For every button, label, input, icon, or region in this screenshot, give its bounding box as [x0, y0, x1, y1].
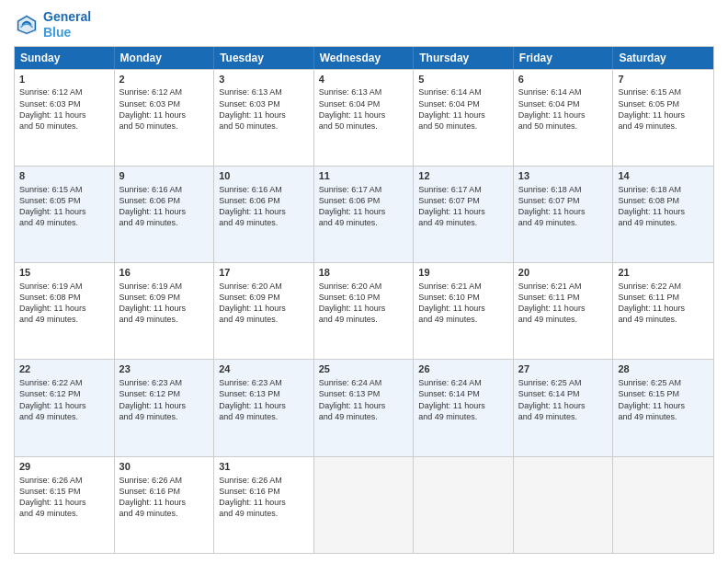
daylight-label: Daylight: 11 hours — [119, 207, 187, 216]
calendar-day-cell: 19Sunrise: 6:21 AMSunset: 6:10 PMDayligh… — [414, 263, 514, 359]
day-number: 2 — [119, 73, 210, 86]
day-number: 29 — [19, 460, 109, 474]
daylight-label: Daylight: 11 hours — [319, 401, 386, 410]
day-of-week-header: Monday — [115, 47, 215, 69]
day-number: 6 — [518, 73, 609, 86]
day-number: 12 — [418, 169, 508, 183]
sunrise-label: Sunrise: 6:17 AM — [418, 185, 482, 194]
sunset-label: Sunset: 6:05 PM — [19, 196, 81, 205]
calendar-day-cell: 16Sunrise: 6:19 AMSunset: 6:09 PMDayligh… — [115, 263, 215, 359]
day-number: 1 — [19, 73, 109, 86]
calendar-day-cell: 21Sunrise: 6:22 AMSunset: 6:11 PMDayligh… — [613, 263, 713, 359]
day-number: 23 — [119, 362, 210, 376]
daylight-minutes: and 49 minutes. — [219, 315, 278, 324]
calendar-week-row: 15Sunrise: 6:19 AMSunset: 6:08 PMDayligh… — [15, 262, 713, 359]
day-number: 16 — [119, 266, 210, 280]
sunset-label: Sunset: 6:03 PM — [219, 99, 280, 109]
daylight-label: Daylight: 11 hours — [19, 110, 86, 120]
day-number: 10 — [219, 169, 309, 183]
sunrise-label: Sunrise: 6:13 AM — [219, 87, 282, 97]
sunrise-label: Sunrise: 6:26 AM — [119, 476, 183, 485]
calendar-day-cell: 10Sunrise: 6:16 AMSunset: 6:06 PMDayligh… — [214, 167, 314, 262]
day-number: 24 — [219, 362, 309, 376]
calendar-day-cell: 13Sunrise: 6:18 AMSunset: 6:07 PMDayligh… — [514, 167, 614, 262]
logo: GeneralBlue — [14, 9, 91, 40]
daylight-minutes: and 50 minutes. — [518, 121, 577, 131]
daylight-label: Daylight: 11 hours — [119, 110, 187, 120]
sunset-label: Sunset: 6:06 PM — [219, 196, 280, 205]
calendar-day-cell: 7Sunrise: 6:15 AMSunset: 6:05 PMDaylight… — [613, 70, 713, 166]
day-number: 26 — [418, 362, 508, 376]
daylight-label: Daylight: 11 hours — [119, 401, 187, 410]
day-number: 14 — [618, 169, 709, 183]
calendar-day-cell: 6Sunrise: 6:14 AMSunset: 6:04 PMDaylight… — [514, 70, 614, 166]
daylight-minutes: and 49 minutes. — [219, 218, 278, 227]
sunrise-label: Sunrise: 6:15 AM — [19, 185, 83, 194]
daylight-label: Daylight: 11 hours — [618, 207, 685, 216]
day-number: 3 — [219, 73, 309, 86]
sunset-label: Sunset: 6:08 PM — [618, 196, 679, 205]
daylight-minutes: and 50 minutes. — [19, 121, 78, 131]
daylight-minutes: and 50 minutes. — [119, 121, 178, 131]
day-of-week-header: Tuesday — [214, 47, 314, 69]
day-of-week-header: Wednesday — [314, 47, 415, 69]
sunset-label: Sunset: 6:04 PM — [418, 99, 480, 109]
calendar-day-cell: 17Sunrise: 6:20 AMSunset: 6:09 PMDayligh… — [214, 263, 314, 359]
daylight-minutes: and 49 minutes. — [418, 218, 477, 227]
daylight-label: Daylight: 11 hours — [19, 498, 86, 507]
sunrise-label: Sunrise: 6:16 AM — [219, 185, 282, 194]
empty-cell — [514, 457, 614, 553]
day-number: 20 — [518, 266, 609, 280]
day-number: 9 — [119, 169, 210, 183]
calendar-day-cell: 12Sunrise: 6:17 AMSunset: 6:07 PMDayligh… — [414, 167, 514, 262]
calendar-day-cell: 3Sunrise: 6:13 AMSunset: 6:03 PMDaylight… — [214, 70, 314, 166]
calendar-day-cell: 8Sunrise: 6:15 AMSunset: 6:05 PMDaylight… — [15, 167, 115, 262]
page-header: GeneralBlue — [14, 9, 714, 40]
day-of-week-header: Saturday — [613, 47, 713, 69]
daylight-minutes: and 50 minutes. — [319, 121, 378, 131]
sunset-label: Sunset: 6:13 PM — [319, 389, 381, 398]
sunrise-label: Sunrise: 6:20 AM — [219, 282, 282, 291]
sunrise-label: Sunrise: 6:15 AM — [618, 87, 681, 97]
daylight-minutes: and 49 minutes. — [319, 218, 378, 227]
daylight-minutes: and 49 minutes. — [618, 412, 677, 421]
daylight-label: Daylight: 11 hours — [418, 110, 485, 120]
daylight-label: Daylight: 11 hours — [19, 304, 86, 313]
day-number: 31 — [219, 460, 309, 474]
day-number: 21 — [618, 266, 709, 280]
daylight-label: Daylight: 11 hours — [219, 304, 286, 313]
calendar-day-cell: 25Sunrise: 6:24 AMSunset: 6:13 PMDayligh… — [314, 360, 415, 455]
daylight-label: Daylight: 11 hours — [319, 304, 386, 313]
daylight-minutes: and 49 minutes. — [319, 315, 378, 324]
daylight-label: Daylight: 11 hours — [418, 304, 485, 313]
daylight-minutes: and 49 minutes. — [418, 315, 477, 324]
daylight-minutes: and 49 minutes. — [618, 218, 677, 227]
sunrise-label: Sunrise: 6:17 AM — [319, 185, 382, 194]
daylight-label: Daylight: 11 hours — [418, 401, 485, 410]
day-of-week-header: Friday — [514, 47, 614, 69]
day-number: 13 — [518, 169, 609, 183]
calendar-day-cell: 11Sunrise: 6:17 AMSunset: 6:06 PMDayligh… — [314, 167, 415, 262]
sunset-label: Sunset: 6:09 PM — [119, 293, 181, 302]
sunrise-label: Sunrise: 6:18 AM — [518, 185, 582, 194]
daylight-minutes: and 49 minutes. — [119, 315, 178, 324]
logo-icon — [14, 12, 40, 38]
daylight-label: Daylight: 11 hours — [618, 401, 685, 410]
sunset-label: Sunset: 6:15 PM — [19, 487, 81, 496]
daylight-minutes: and 49 minutes. — [319, 412, 378, 421]
calendar-page: GeneralBlue SundayMondayTuesdayWednesday… — [0, 0, 728, 563]
calendar-day-cell: 28Sunrise: 6:25 AMSunset: 6:15 PMDayligh… — [613, 360, 713, 455]
calendar-day-cell: 30Sunrise: 6:26 AMSunset: 6:16 PMDayligh… — [115, 457, 215, 553]
daylight-minutes: and 49 minutes. — [119, 218, 178, 227]
sunrise-label: Sunrise: 6:22 AM — [618, 282, 681, 291]
daylight-minutes: and 49 minutes. — [119, 509, 178, 518]
calendar-day-cell: 14Sunrise: 6:18 AMSunset: 6:08 PMDayligh… — [613, 167, 713, 262]
daylight-label: Daylight: 11 hours — [418, 207, 485, 216]
daylight-label: Daylight: 11 hours — [119, 498, 187, 507]
day-number: 5 — [418, 73, 508, 86]
calendar-day-cell: 5Sunrise: 6:14 AMSunset: 6:04 PMDaylight… — [414, 70, 514, 166]
day-number: 11 — [319, 169, 409, 183]
sunset-label: Sunset: 6:11 PM — [618, 293, 679, 302]
daylight-minutes: and 50 minutes. — [219, 121, 278, 131]
sunrise-label: Sunrise: 6:25 AM — [518, 378, 582, 387]
